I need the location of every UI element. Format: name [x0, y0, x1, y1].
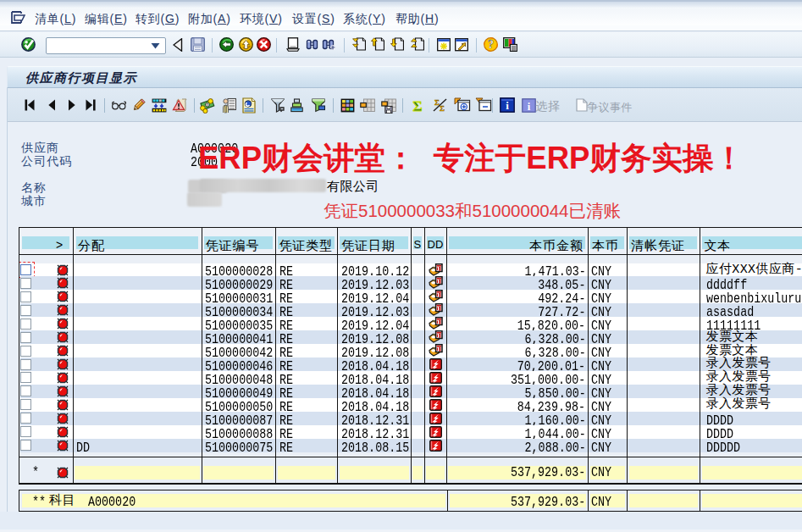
svg-text:?: ?	[488, 38, 494, 51]
svg-text:Σ: Σ	[412, 98, 422, 114]
svg-text:i: i	[527, 101, 530, 113]
svg-text:i: i	[506, 99, 509, 112]
